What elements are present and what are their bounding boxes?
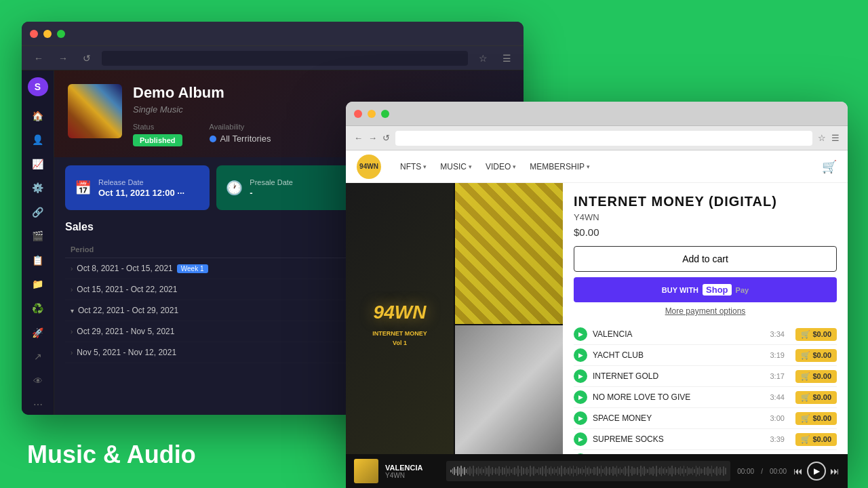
waveform-bar [637, 467, 638, 475]
waveform-bar [604, 468, 606, 474]
sidebar-item-video[interactable]: 🎬 [27, 226, 49, 247]
store-bookmark-icon[interactable]: ☆ [818, 133, 826, 143]
waveform-bar [718, 468, 719, 474]
player-track-name: VALENCIA [385, 464, 439, 472]
waveform-bar [654, 468, 656, 474]
waveform-bar [685, 469, 686, 473]
cart-button[interactable]: 🛒 [822, 159, 837, 174]
nav-video[interactable]: VIDEO ▾ [486, 162, 516, 171]
menu-icon[interactable]: ☰ [498, 52, 515, 65]
waveform-bar [701, 468, 702, 474]
waveform-bar [583, 469, 585, 473]
sidebar-item-home[interactable]: 🏠 [27, 106, 49, 126]
waveform-bar [498, 466, 500, 476]
nav-membership-arrow: ▾ [587, 163, 590, 170]
track-play-button[interactable]: ▶ [574, 432, 587, 446]
shoppay-label: BUY WITH [662, 286, 698, 294]
refresh-button[interactable]: ↺ [79, 52, 95, 65]
sidebar-item-eye[interactable]: 👁 [27, 371, 49, 391]
track-price-button[interactable]: 🛒 $0.00 [795, 433, 837, 446]
url-input[interactable] [102, 51, 468, 66]
nav-membership[interactable]: MEMBERSHIP ▾ [530, 162, 590, 171]
sidebar-logo[interactable]: S [28, 77, 48, 96]
track-duration: 3:44 [770, 393, 790, 401]
waveform-bar [711, 466, 713, 476]
availability-text: All Territories [220, 134, 271, 144]
waveform-bar [519, 469, 521, 473]
waveform-bar [719, 467, 721, 475]
player-thumbnail [354, 459, 378, 483]
sidebar-item-refresh[interactable]: ♻️ [27, 298, 49, 319]
track-price-button[interactable]: 🛒 $0.00 [795, 328, 837, 341]
buy-with-shoppay-button[interactable]: BUY WITH Shop Pay [574, 277, 837, 302]
store-url-input[interactable] [395, 131, 812, 146]
waveform-bar [454, 467, 455, 475]
waveform-bar [633, 468, 635, 474]
nav-nfts[interactable]: NFTS ▾ [400, 162, 427, 171]
waveform-bar [612, 466, 614, 476]
waveform-bar [536, 469, 538, 473]
waveform-bar [640, 466, 642, 476]
sidebar-item-settings[interactable]: ⚙️ [27, 178, 49, 198]
close-dot[interactable] [30, 30, 38, 38]
sidebar-item-user[interactable]: 👤 [27, 129, 49, 150]
store-menu-icon[interactable]: ☰ [831, 133, 840, 143]
sidebar-item-link[interactable]: 🔗 [27, 202, 49, 222]
waveform-bar [513, 468, 514, 474]
waveform-bar [497, 468, 498, 474]
waveform-bar [671, 466, 673, 476]
track-play-button[interactable]: ▶ [574, 390, 587, 404]
track-play-button[interactable]: ▶ [574, 369, 587, 383]
prev-track-button[interactable]: ⏮ [793, 466, 803, 476]
sidebar-item-analytics[interactable]: 📈 [27, 154, 49, 174]
track-price-button[interactable]: 🛒 $0.00 [795, 412, 837, 425]
maximize-dot[interactable] [57, 30, 65, 38]
waveform-bar [659, 468, 660, 474]
waveform-bar [668, 466, 669, 476]
store-minimize-dot[interactable] [368, 110, 376, 118]
track-name: VALENCIA [593, 329, 764, 339]
waveform-bar [606, 466, 607, 476]
sidebar-item-clipboard[interactable]: 📋 [27, 250, 49, 270]
track-price-button[interactable]: 🛒 $0.00 [795, 370, 837, 383]
play-pause-button[interactable]: ▶ [807, 462, 826, 481]
waveform-bar [538, 467, 540, 475]
waveform-bar [511, 469, 512, 473]
track-name: SPACE MONEY [593, 413, 764, 423]
track-play-button[interactable]: ▶ [574, 348, 587, 362]
waveform-bar [623, 468, 625, 474]
waveform-bar [628, 466, 629, 476]
more-payment-options[interactable]: More payment options [574, 306, 837, 316]
store-back-button[interactable]: ← [354, 133, 363, 143]
minimize-dot[interactable] [43, 30, 52, 38]
track-price-button[interactable]: 🛒 $0.00 [795, 391, 837, 404]
bookmark-icon[interactable]: ☆ [475, 52, 492, 65]
waveform-bar [608, 468, 609, 474]
waveform-bar [580, 468, 581, 474]
store-maximize-dot[interactable] [381, 110, 389, 118]
store-close-dot[interactable] [354, 110, 362, 118]
store-forward-button[interactable]: → [368, 133, 377, 143]
waveform-bar [614, 468, 616, 474]
store-body: 94WN NFTS ▾ MUSIC ▾ VIDEO ▾ MEMBERSHIP ▾… [346, 150, 848, 468]
track-price-value: $0.00 [812, 330, 831, 338]
track-play-button[interactable]: ▶ [574, 411, 587, 425]
sidebar-item-external[interactable]: ↗ [27, 346, 49, 367]
waveform-bar [466, 469, 467, 473]
waveform-bar [535, 468, 536, 474]
back-button[interactable]: ← [30, 52, 47, 65]
next-track-button[interactable]: ⏭ [830, 466, 840, 476]
track-price-value: $0.00 [812, 435, 831, 443]
sidebar-item-more[interactable]: ⋯ [27, 394, 49, 415]
nav-music[interactable]: MUSIC ▾ [440, 162, 472, 171]
sidebar-item-files[interactable]: 📁 [27, 274, 49, 295]
track-name: YACHT CLUB [593, 350, 764, 360]
waveform-bar [486, 468, 488, 474]
track-price-button[interactable]: 🛒 $0.00 [795, 349, 837, 362]
add-to-cart-button[interactable]: Add to cart [574, 246, 837, 272]
track-play-button[interactable]: ▶ [574, 327, 587, 341]
waveform-bar [666, 469, 667, 473]
store-refresh-button[interactable]: ↺ [382, 133, 390, 143]
forward-button[interactable]: → [54, 52, 72, 65]
sidebar-item-launch[interactable]: 🚀 [27, 323, 49, 343]
